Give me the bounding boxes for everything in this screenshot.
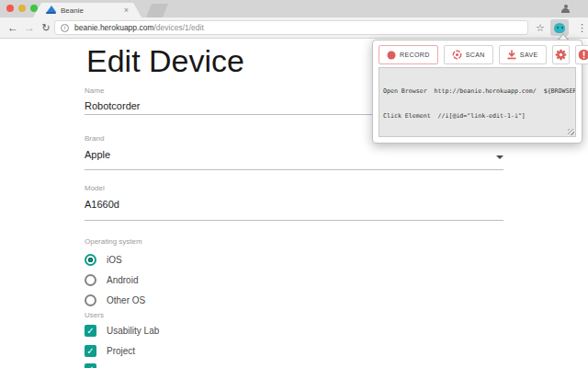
radio-android-label: Android (107, 275, 138, 285)
radio-ios[interactable]: iOS (85, 253, 122, 266)
checkbox-clipped[interactable]: ✓ (85, 362, 107, 368)
tab-title: Beanie (61, 6, 124, 15)
url-path: /devices/1/edit (153, 23, 203, 32)
gear-icon (555, 49, 567, 61)
checkbox-usability-lab-control[interactable]: ✓ (85, 325, 96, 337)
checkbox-usability-lab-label: Usability Lab (107, 326, 159, 336)
script-line: Click Element //i[@id="link-edit-1-i"] (383, 112, 571, 121)
zoom-window-button[interactable] (30, 5, 38, 12)
radio-other-os-control[interactable] (85, 294, 96, 306)
radio-android-control[interactable] (85, 274, 96, 286)
radio-other-os-label: Other OS (107, 295, 145, 305)
radio-ios-label: iOS (107, 255, 122, 265)
brand-select[interactable]: Apple (85, 149, 110, 160)
url-host: beanie.herokuapp.com (74, 23, 153, 32)
bookmark-star-icon[interactable]: ☆ (533, 20, 548, 35)
settings-button[interactable] (552, 45, 570, 64)
checkbox-usability-lab[interactable]: ✓ Usability Lab (85, 324, 159, 337)
save-button[interactable]: SAVE (499, 45, 547, 64)
scan-button[interactable]: SCAN (444, 45, 493, 64)
minimize-window-button[interactable] (18, 5, 26, 12)
browser-toolbar: ← → ↻ i beanie.herokuapp.com/devices/1/e… (0, 17, 588, 39)
url-text[interactable]: beanie.herokuapp.com/devices/1/edit (74, 23, 204, 32)
back-icon[interactable]: ← (6, 17, 20, 38)
radio-ios-control[interactable] (85, 254, 96, 266)
model-input[interactable]: A1660d (85, 199, 119, 210)
recorded-script-textarea[interactable]: Open Browser http://beanie.herokuapp.com… (379, 67, 576, 137)
address-bar[interactable]: i beanie.herokuapp.com/devices/1/edit (54, 20, 528, 35)
browser-menu-icon[interactable]: ⋮ (577, 20, 586, 35)
robotcorder-extension-icon (554, 23, 565, 33)
save-label: SAVE (520, 52, 538, 58)
beanie-favicon-icon (46, 6, 56, 15)
save-download-icon (507, 50, 516, 60)
record-label: RECORD (400, 52, 430, 58)
window-controls[interactable] (6, 5, 38, 12)
browser-tab[interactable]: Beanie × (33, 3, 141, 17)
checkbox-project-label: Project (107, 346, 135, 356)
page-info-icon[interactable]: i (61, 24, 69, 32)
model-underline (85, 220, 503, 221)
forward-icon: → (22, 17, 37, 38)
textarea-resize-grip[interactable] (568, 129, 574, 135)
brand-dropdown-caret-icon[interactable] (496, 155, 503, 159)
os-group-label: Operating system (85, 237, 142, 246)
close-tab-icon[interactable]: × (124, 6, 129, 15)
scan-label: SCAN (466, 52, 485, 58)
checkbox-project[interactable]: ✓ Project (85, 344, 135, 357)
reload-icon[interactable]: ↻ (39, 17, 53, 38)
script-line: Open Browser http://beanie.herokuapp.com… (383, 87, 571, 96)
record-button[interactable]: RECORD (379, 45, 438, 64)
brand-label: Brand (85, 134, 104, 143)
window-titlebar: Beanie × (0, 0, 588, 17)
radio-other-os[interactable]: Other OS (85, 293, 145, 306)
checkbox-project-control[interactable]: ✓ (85, 345, 96, 357)
popup-toolbar: RECORD SCAN SAVE (379, 45, 576, 64)
close-window-button[interactable] (6, 5, 14, 12)
model-label: Model (85, 184, 105, 192)
record-icon (387, 51, 396, 60)
scan-icon (452, 50, 462, 60)
name-input[interactable]: Robotcorder (85, 100, 141, 111)
profile-icon[interactable] (560, 4, 571, 14)
robotcorder-popup: RECORD SCAN SAVE (372, 40, 582, 144)
checkbox-clipped-control[interactable]: ✓ (85, 363, 96, 368)
radio-android[interactable]: Android (85, 273, 138, 286)
brand-underline (85, 169, 503, 170)
info-button[interactable] (575, 45, 588, 64)
users-group-label: Users (85, 311, 104, 319)
new-tab-button[interactable] (146, 4, 168, 17)
name-label: Name (85, 86, 104, 95)
page-title: Edit Device (86, 43, 244, 79)
info-icon (578, 49, 588, 61)
